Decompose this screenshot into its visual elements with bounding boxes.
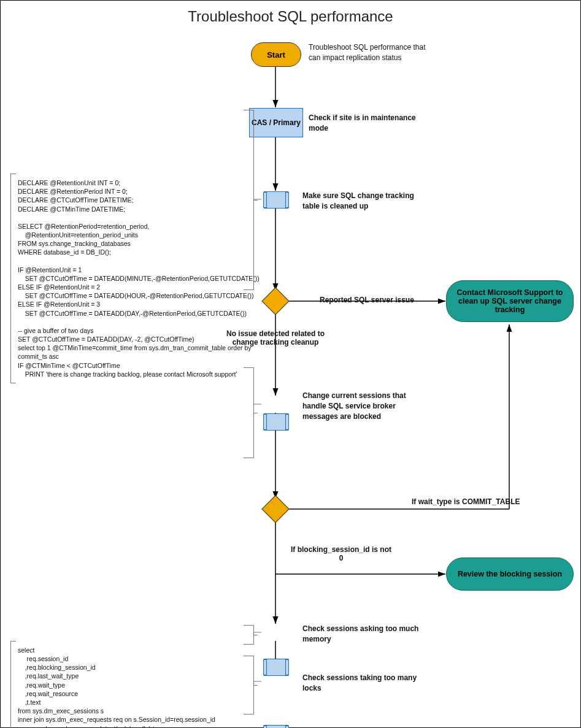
flowchart-canvas: Troubleshoot SQL performance Start Troub… <box>0 0 581 728</box>
sub-node-locks <box>264 725 288 728</box>
cas-primary-node: CAS / Primary <box>249 108 303 137</box>
sub-node-change-tracking <box>264 191 288 209</box>
start-note: Troubleshoot SQL performance that can im… <box>309 42 431 63</box>
d2-right-label: If wait_type is COMMIT_TABLE <box>412 497 534 506</box>
page-title: Troubleshoot SQL performance <box>1 8 580 25</box>
start-node: Start <box>251 42 301 67</box>
sub-node-sessions-blocked <box>264 413 288 431</box>
sub3-note: Check sessions asking too much memory <box>302 624 425 645</box>
brace-3 <box>244 625 254 645</box>
sub1-note: Make sure SQL change tracking table is c… <box>302 191 425 212</box>
terminal-review-blocking: Review the blocking session <box>446 557 574 591</box>
code-block-1: DECLARE @RetentionUnit INT = 0; DECLARE … <box>10 174 255 383</box>
decision-sql-issue <box>261 287 289 315</box>
terminal-contact-support: Contact Microsoft Support to clean up SQ… <box>446 280 574 322</box>
cas-note: Check if site is in maintenance mode <box>309 113 419 134</box>
decision-wait-type <box>261 495 289 523</box>
sub4-note: Check sessions taking too many locks <box>302 673 425 694</box>
code-block-2: select req.session_id ,req.blocking_sess… <box>10 641 255 728</box>
sub2-note: Change current sessions that handle SQL … <box>302 391 431 421</box>
brace-1 <box>244 110 254 290</box>
brace-4 <box>244 656 254 715</box>
d2-down-label: If blocking_session_id is not 0 <box>289 545 393 562</box>
d1-right-label: Reported SQL server issue <box>320 296 414 304</box>
sub-node-memory <box>264 659 288 676</box>
brace-2 <box>244 367 254 458</box>
